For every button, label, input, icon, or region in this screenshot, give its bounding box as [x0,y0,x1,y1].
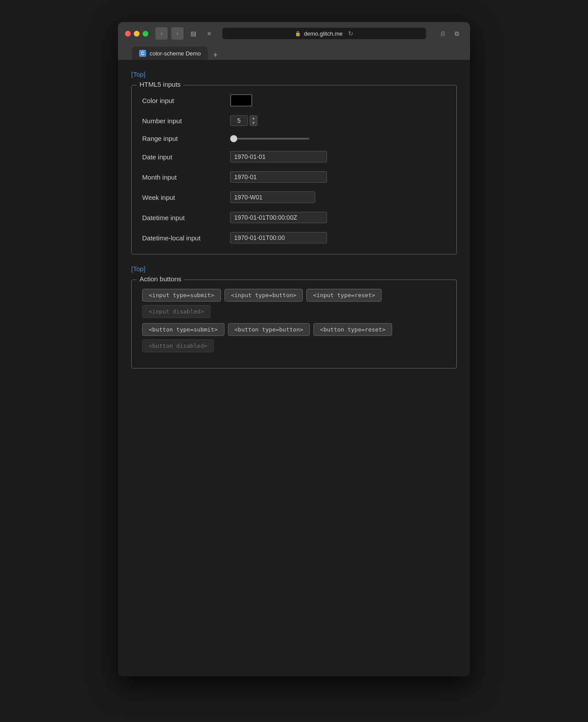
page-content: [Top] HTML5 inputs Color input Number in… [118,60,470,676]
month-input-label: Month input [142,173,230,181]
top-link-1[interactable]: [Top] [131,70,457,78]
color-input-row: Color input [142,94,446,107]
number-spinner: ▲ ▼ [250,115,257,126]
input-disabled-button: <input disabled> [142,305,210,318]
datetime-local-input-label: Datetime-local input [142,234,230,242]
button-button-button[interactable]: <button type=button> [228,323,310,336]
action-section-legend: Action buttons [137,275,184,283]
date-input-label: Date input [142,153,230,161]
html5-section-legend: HTML5 inputs [137,81,183,88]
title-bar: ‹ › ▤ ≡ 🔒 demo.glitch.me ↻ ⎙ ⧉ C color-s… [118,22,470,60]
back-button[interactable]: ‹ [155,27,168,40]
tab-title: color-scheme Demo [150,50,201,57]
active-tab[interactable]: C color-scheme Demo [132,47,208,60]
number-input-row: Number input ▲ ▼ [142,115,446,126]
tab-bar: C color-scheme Demo + [125,47,463,60]
month-input[interactable] [230,171,327,183]
range-input-label: Range input [142,135,230,142]
week-input-row: Week input [142,192,446,203]
title-bar-controls: ‹ › ▤ ≡ 🔒 demo.glitch.me ↻ ⎙ ⧉ [125,27,463,40]
number-input-container: ▲ ▼ [230,115,257,126]
datetime-local-input-row: Datetime-local input [142,232,446,243]
browser-action-buttons: ⎙ ⧉ [437,27,463,40]
forward-button[interactable]: › [171,27,184,40]
sidebar-button[interactable]: ▤ [187,27,199,40]
month-input-row: Month input [142,171,446,183]
minimize-button[interactable] [134,31,140,37]
color-input[interactable] [230,94,252,107]
number-input[interactable] [230,115,248,126]
datetime-input-label: Datetime input [142,214,230,221]
input-reset-button[interactable]: <input type=reset> [306,289,382,302]
week-input-label: Week input [142,194,230,201]
browser-window: ‹ › ▤ ≡ 🔒 demo.glitch.me ↻ ⎙ ⧉ C color-s… [118,22,470,676]
reload-button[interactable]: ↻ [348,30,353,37]
button-submit-button[interactable]: <button type=submit> [142,323,224,336]
tab-favicon: C [139,50,146,57]
share-button[interactable]: ⎙ [437,27,449,40]
datetime-input-row: Datetime input [142,212,446,223]
spinner-down-button[interactable]: ▼ [250,121,257,125]
week-input[interactable] [230,192,315,203]
traffic-lights [125,31,148,37]
button-elements-group: <button type=submit> <button type=button… [142,323,446,352]
maximize-button[interactable] [143,31,148,37]
color-input-label: Color input [142,97,230,104]
close-button[interactable] [125,31,131,37]
datetime-local-input[interactable] [230,232,327,243]
top-link-2[interactable]: [Top] [131,265,457,273]
date-input-row: Date input [142,151,446,162]
button-disabled-button: <button disabled> [142,339,214,352]
spinner-up-button[interactable]: ▲ [250,116,257,121]
button-reset-button[interactable]: <button type=reset> [313,323,392,336]
number-input-label: Number input [142,117,230,125]
lock-icon: 🔒 [295,31,301,37]
range-input-row: Range input [142,135,446,142]
range-input[interactable] [230,138,309,140]
date-input[interactable] [230,151,327,162]
html5-inputs-section: HTML5 inputs Color input Number input ▲ … [131,85,457,254]
url-text: demo.glitch.me [304,30,342,37]
new-tab-button[interactable]: + [209,51,221,60]
menu-button[interactable]: ≡ [203,27,215,40]
input-submit-button[interactable]: <input type=submit> [142,289,221,302]
windows-button[interactable]: ⧉ [451,27,463,40]
datetime-input[interactable] [230,212,327,223]
input-button-button[interactable]: <input type=button> [224,289,303,302]
address-bar[interactable]: 🔒 demo.glitch.me ↻ [222,28,426,39]
input-buttons-group: <input type=submit> <input type=button> … [142,289,446,318]
action-buttons-section: Action buttons <input type=submit> <inpu… [131,280,457,368]
